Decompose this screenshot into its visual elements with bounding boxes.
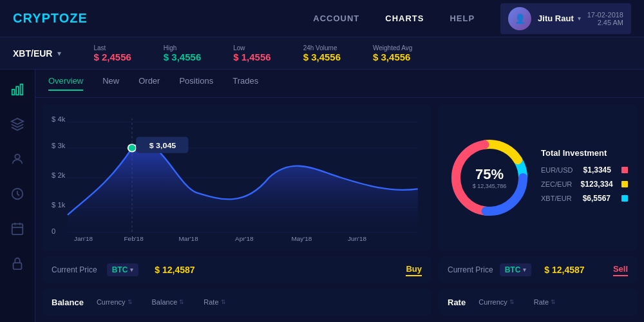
price-row-right: Current Price BTC ▾ $ 12,4587 Sell [438,256,638,283]
rate-title: Rate [448,298,466,307]
svg-rect-10 [14,263,22,269]
logo-part2: OZE [59,11,88,25]
svg-text:Mar'18: Mar'18 [179,236,198,243]
tab-order[interactable]: Order [138,76,160,91]
tab-positions[interactable]: Positions [179,76,213,91]
balance-title: Balance [52,298,84,307]
balance-col-currency: Currency ⇅ [97,298,133,306]
svg-text:$ 3k: $ 3k [52,142,66,149]
user-name: Jitu Raut [538,14,574,23]
svg-marker-3 [12,118,23,124]
svg-text:$ 2k: $ 2k [52,171,66,179]
crypto-chevron-right: ▾ [523,267,526,273]
nav-help[interactable]: HELP [450,14,475,23]
price-label-right: Current Price [448,265,493,274]
donut-value: $ 12,345,786 [473,183,507,189]
svg-point-4 [15,155,19,159]
buy-button[interactable]: Buy [406,264,422,276]
ticker-bar: XBT/EUR ▾ Last $ 2,4556 High $ 3,4556 Lo… [0,37,644,70]
price-row-left: Current Price BTC ▾ $ 12,4587 Buy [42,256,431,283]
price-value-right: $ 12,4587 [544,265,584,275]
pair-chevron: ▾ [57,49,61,58]
balance-row: Balance Currency ⇅ Balance ⇅ Rate ⇅ [42,289,431,316]
svg-text:0: 0 [52,227,55,235]
sort-icon-balance: ⇅ [179,299,184,305]
nav-account[interactable]: ACCOUNT [313,14,359,23]
main-layout: Overview New Order Positions Trades $ 4k… [0,70,644,322]
sidebar [0,70,35,322]
tab-overview[interactable]: Overview [48,76,83,91]
donut-percentage: 75% [473,166,507,183]
donut-center: 75% $ 12,345,786 [473,166,507,189]
svg-text:May'18: May'18 [292,236,312,243]
rate-col-rate: Rate ⇅ [534,298,556,306]
price-value-left: $ 12,4587 [155,265,194,275]
ticker-wavg: Weighted Avg $ 3,4556 [373,44,412,62]
ticker-volume: 24h Volume $ 3,4556 [303,44,341,62]
sort-icon-currency: ⇅ [128,299,133,305]
user-info[interactable]: 👤 Jitu Raut ▾ 17-02-2018 2.45 AM [500,3,631,34]
tab-new[interactable]: New [102,76,119,91]
balance-col-rate: Rate ⇅ [204,298,225,306]
svg-rect-2 [21,84,23,95]
investment-item-2: XBT/EUR $6,5567 [541,194,628,203]
sidebar-icon-chart[interactable] [7,79,28,100]
svg-text:Jan'18: Jan'18 [74,236,93,243]
inv-dot-zeceur [621,181,628,187]
balance-col-headers: Currency ⇅ Balance ⇅ Rate ⇅ [97,298,226,306]
inv-dot-xbteur [621,195,628,202]
logo: CRYPTOZE [13,11,88,26]
nav-charts[interactable]: CHARTS [385,14,424,23]
tabs: Overview New Order Positions Trades [35,70,644,98]
left-panel: $ 4k $ 3k $ 2k $ 1k 0 Jan'18 Feb'18 Mar'… [42,104,431,316]
sidebar-icon-calendar[interactable] [7,218,28,239]
crypto-chevron-left: ▾ [130,267,133,273]
svg-point-28 [128,144,137,152]
svg-rect-6 [12,224,23,235]
sidebar-icon-lock[interactable] [7,253,28,274]
avatar: 👤 [508,7,531,30]
sidebar-icon-clock[interactable] [7,184,28,204]
ticker-low: Low $ 1,4556 [233,44,270,62]
ticker-last: Last $ 2,4556 [93,44,131,62]
balance-col-balance: Balance ⇅ [152,298,185,306]
crypto-badge-left[interactable]: BTC ▾ [107,263,139,276]
top-nav: CRYPTOZE ACCOUNT CHARTS HELP 👤 Jitu Raut… [0,0,644,37]
content-body: $ 4k $ 3k $ 2k $ 1k 0 Jan'18 Feb'18 Mar'… [35,98,644,322]
sort-icon-rate-rate: ⇅ [551,299,556,305]
svg-text:Apr'18: Apr'18 [235,236,254,243]
crypto-badge-right[interactable]: BTC ▾ [500,263,532,276]
user-clock: 2.45 AM [587,19,623,26]
svg-text:$ 3,045: $ 3,045 [149,141,176,149]
svg-text:Feb'18: Feb'18 [124,236,144,243]
main-chart: $ 4k $ 3k $ 2k $ 1k 0 Jan'18 Feb'18 Mar'… [52,111,422,245]
sort-icon-rate-currency: ⇅ [509,299,515,305]
rate-col-currency: Currency ⇅ [478,298,515,306]
nav-links: ACCOUNT CHARTS HELP [313,14,475,23]
user-details: Jitu Raut ▾ [538,14,581,23]
investment-item-0: EUR/USD $1,3345 [541,166,628,175]
ticker-high: High $ 3,4556 [164,44,201,62]
sell-button[interactable]: Sell [613,264,628,276]
svg-text:$ 1k: $ 1k [52,202,66,209]
tab-trades[interactable]: Trades [232,76,258,91]
inv-dot-eurusd [621,167,628,173]
chevron-down-icon: ▾ [578,15,581,22]
svg-text:Jun'18: Jun'18 [348,236,366,243]
rate-col-headers: Currency ⇅ Rate ⇅ [478,298,556,306]
investment-card: 75% $ 12,345,786 Total Investment EUR/US… [438,104,638,251]
content: Overview New Order Positions Trades $ 4k… [35,70,644,322]
investment-details: Total Investment EUR/USD $1,3345 ZEC/EUR… [541,148,628,208]
donut-chart: 75% $ 12,345,786 [448,136,531,220]
sidebar-icon-user[interactable] [7,149,28,169]
user-time: 17-02-2018 2.45 AM [587,11,623,26]
right-panel: 75% $ 12,345,786 Total Investment EUR/US… [438,104,638,316]
ticker-pair[interactable]: XBT/EUR ▾ [13,48,61,59]
investment-item-1: ZEC/EUR $123,334 [541,180,628,189]
sidebar-icon-layers[interactable] [7,114,28,135]
svg-text:$ 4k: $ 4k [52,116,66,124]
pair-label: XBT/EUR [13,48,52,59]
sort-icon-rate: ⇅ [221,299,226,305]
price-label-left: Current Price [52,265,97,274]
investment-title: Total Investment [541,148,628,158]
